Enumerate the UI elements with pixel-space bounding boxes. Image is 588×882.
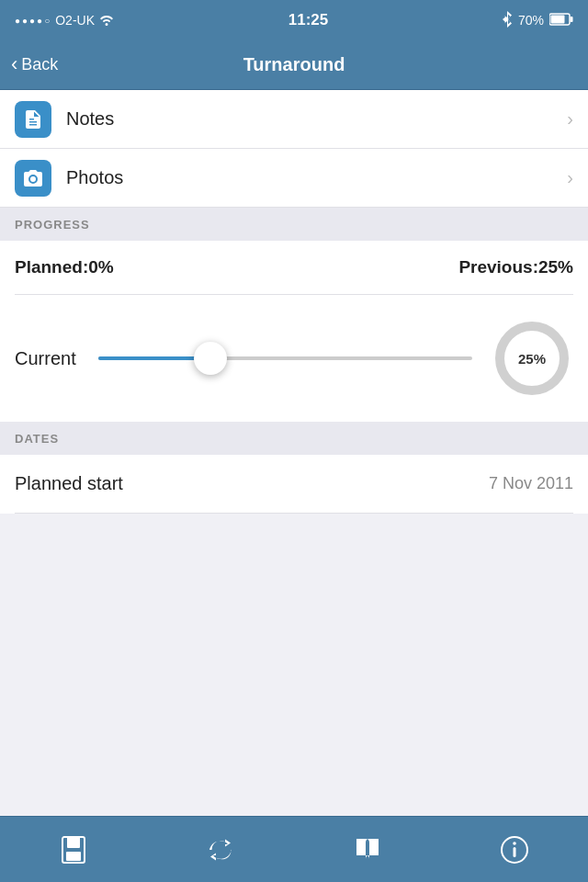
svg-rect-6 (67, 837, 80, 848)
planned-start-value: 7 Nov 2011 (489, 474, 573, 493)
svg-rect-2 (550, 15, 564, 23)
donut-chart: 25% (491, 317, 573, 400)
dates-section-title: DATES (15, 432, 59, 446)
progress-section: Planned:0% Previous:25% Current 25% (0, 241, 588, 422)
tab-sync[interactable] (193, 828, 248, 872)
info-icon (500, 835, 529, 865)
tab-info[interactable] (487, 828, 542, 872)
photos-list-item[interactable]: Photos › (0, 149, 588, 208)
battery-icon (549, 13, 573, 28)
slider-thumb[interactable] (194, 342, 227, 375)
svg-rect-1 (570, 17, 572, 22)
back-button[interactable]: ‹ Back (11, 55, 58, 74)
planned-label: Planned:0% (15, 257, 114, 277)
bluetooth-icon (502, 11, 513, 30)
svg-rect-9 (514, 847, 516, 857)
previous-label: Previous:25% (458, 257, 573, 277)
nav-bar: ‹ Back Turnaround (0, 40, 588, 90)
current-label: Current (15, 348, 76, 369)
dates-section-header: DATES (0, 422, 588, 455)
svg-point-10 (513, 842, 516, 845)
wifi-icon (98, 13, 115, 28)
tab-save[interactable] (46, 828, 101, 872)
svg-rect-7 (66, 852, 81, 861)
page-title: Turnaround (243, 54, 345, 75)
status-left: ●●●●○ O2-UK (15, 13, 115, 28)
photos-chevron-icon: › (567, 167, 573, 188)
status-right: 70% (502, 11, 573, 30)
progress-section-header: PROGRESS (0, 208, 588, 241)
progress-planned-row: Planned:0% Previous:25% (15, 241, 573, 295)
current-progress-row: Current 25% (15, 295, 573, 422)
list-section: Notes › Photos › (0, 90, 588, 208)
notes-list-item[interactable]: Notes › (0, 90, 588, 149)
back-chevron-icon: ‹ (11, 54, 17, 74)
back-label: Back (21, 55, 58, 74)
donut-label: 25% (518, 351, 546, 367)
dates-section: Planned start 7 Nov 2011 (0, 455, 588, 514)
status-bar: ●●●●○ O2-UK 11:25 70% (0, 0, 588, 40)
notes-icon (15, 101, 51, 138)
signal-dots: ●●●●○ (15, 16, 51, 26)
planned-start-label: Planned start (15, 473, 123, 494)
sync-icon (206, 835, 235, 865)
save-icon (59, 835, 88, 865)
photos-label: Photos (66, 167, 567, 188)
carrier-label: O2-UK (55, 13, 95, 28)
tab-book[interactable] (340, 828, 395, 872)
book-icon (353, 835, 382, 865)
planned-start-row: Planned start 7 Nov 2011 (15, 455, 573, 514)
progress-section-title: PROGRESS (15, 218, 90, 232)
notes-chevron-icon: › (567, 108, 573, 130)
status-time: 11:25 (288, 11, 328, 29)
battery-label: 70% (518, 13, 544, 28)
tab-bar (0, 816, 588, 882)
notes-label: Notes (66, 108, 567, 130)
camera-icon (15, 160, 51, 197)
